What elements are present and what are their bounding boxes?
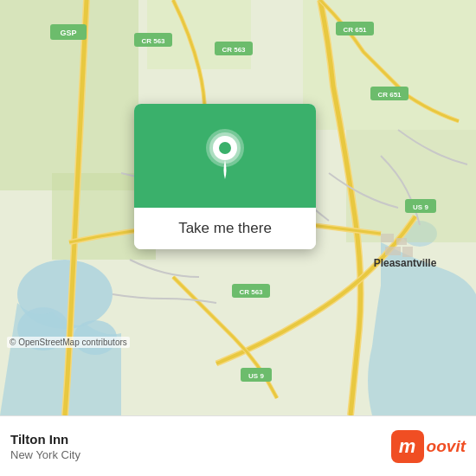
popup-card: Take me there [134, 104, 316, 249]
take-me-there-button[interactable]: Take me there [134, 208, 316, 249]
svg-rect-31 [385, 247, 401, 255]
svg-text:US 9: US 9 [248, 372, 264, 380]
svg-rect-32 [402, 247, 413, 257]
map-attribution: © OpenStreetMap contributors [7, 337, 130, 348]
svg-text:Pleasantville: Pleasantville [374, 257, 437, 269]
popup-header [134, 104, 316, 208]
place-name: Tilton Inn [10, 432, 391, 447]
bottom-info-bar: Tilton Inn New York City m oovit [0, 415, 476, 476]
svg-rect-29 [381, 234, 394, 242]
svg-text:US 9: US 9 [413, 203, 428, 211]
place-info: Tilton Inn New York City [10, 432, 391, 461]
svg-text:CR 651: CR 651 [343, 26, 367, 34]
svg-text:GSP: GSP [60, 29, 76, 37]
moovit-text: oovit [427, 437, 466, 456]
svg-rect-30 [396, 238, 407, 245]
svg-text:CR 563: CR 563 [141, 37, 165, 45]
moovit-logo: m oovit [391, 430, 466, 463]
location-pin-icon [203, 129, 247, 183]
svg-text:CR 651: CR 651 [377, 91, 402, 99]
svg-point-36 [219, 142, 231, 154]
svg-text:CR 563: CR 563 [239, 288, 263, 296]
map-view[interactable]: GSP CR 563 CR 563 CR 563 CR 563 CR 651 C… [0, 0, 476, 415]
place-city: New York City [10, 448, 391, 461]
svg-text:CR 563: CR 563 [222, 46, 246, 54]
moovit-m-letter: m [391, 430, 424, 463]
